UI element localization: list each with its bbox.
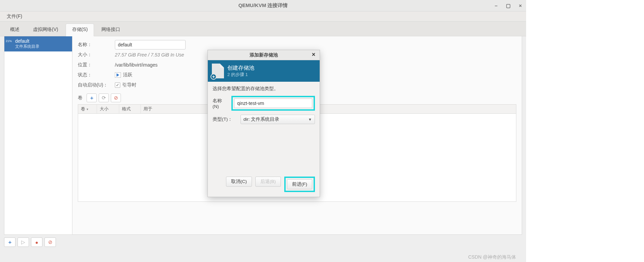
- watermark-text: CSDN @神奇的海马体: [468, 254, 516, 260]
- label-pool-name: 名称(N): [213, 98, 228, 109]
- column-used-by[interactable]: 用于: [141, 105, 516, 113]
- refresh-volumes-button[interactable]: ⟳: [99, 93, 109, 102]
- dialog-footer: 取消(C) 后退(B) 前进(F): [208, 173, 320, 197]
- pool-name: default: [15, 38, 69, 44]
- tab-storage[interactable]: 存储(S): [66, 24, 94, 36]
- delete-pool-button[interactable]: ⊘: [44, 237, 56, 247]
- tab-network-interfaces[interactable]: 网络接口: [95, 24, 126, 36]
- label-state: 状态：: [78, 72, 115, 78]
- window-maximize-button[interactable]: ▢: [505, 3, 512, 9]
- play-icon: ▷: [21, 239, 25, 245]
- pool-name-input[interactable]: [115, 40, 186, 49]
- sort-caret-icon: ▾: [87, 107, 88, 111]
- dialog-banner: + 创建存储池 2 的步骤 1: [208, 60, 320, 82]
- menu-bar: 文件(F): [0, 11, 526, 22]
- pool-size-value: 27.57 GiB Free / 7.53 GiB In Use: [115, 52, 184, 58]
- label-volumes: 卷: [78, 95, 83, 101]
- label-autostart: 自动启动(U)：: [78, 82, 115, 88]
- stop-pool-button[interactable]: ●: [31, 237, 42, 247]
- storage-toolbar: ＋ ▷ ● ⊘: [4, 237, 522, 247]
- column-format[interactable]: 格式: [119, 105, 141, 113]
- dialog-prompt: 选择您希望配置的存储池类型。: [213, 86, 315, 92]
- add-volume-button[interactable]: ＋: [87, 93, 97, 102]
- banner-title: 创建存储池: [227, 65, 254, 72]
- tab-overview[interactable]: 概述: [4, 24, 26, 36]
- banner-step: 2 的步骤 1: [227, 72, 254, 78]
- window-titlebar: QEMU/KVM 连接详情 – ▢ ×: [0, 0, 526, 11]
- pool-type-combobox[interactable]: dir: 文件系统目录 ▼: [240, 115, 315, 124]
- menu-file[interactable]: 文件(F): [4, 12, 25, 21]
- delete-icon: ⊘: [48, 239, 53, 245]
- storage-pool-list: 21% default 文件系统目录: [4, 36, 72, 234]
- start-pool-button[interactable]: ▷: [18, 237, 29, 247]
- column-volume[interactable]: 卷 ▾: [78, 105, 97, 113]
- close-icon: ×: [312, 51, 316, 58]
- autostart-checkbox[interactable]: ✓: [115, 82, 120, 88]
- autostart-label: 引导时: [122, 82, 136, 88]
- label-location: 位置：: [78, 62, 115, 68]
- pool-type-value: dir: 文件系统目录: [244, 116, 280, 122]
- tab-row: 概述 虚拟网络(V) 存储(S) 网络接口: [0, 22, 526, 36]
- window-minimize-button[interactable]: –: [492, 3, 500, 8]
- column-size[interactable]: 大小: [97, 105, 119, 113]
- dialog-titlebar: 添加新存储池 ×: [208, 50, 320, 60]
- tab-virtual-networks[interactable]: 虚拟网络(V): [27, 24, 64, 36]
- pool-subtitle: 文件系统目录: [15, 44, 69, 49]
- plus-icon: ＋: [89, 95, 94, 101]
- forward-button[interactable]: 前进(F): [287, 179, 312, 189]
- dialog-title: 添加新存储池: [250, 52, 278, 58]
- pool-state-value: 活跃: [123, 72, 132, 78]
- highlight-forward-button: 前进(F): [284, 177, 315, 192]
- back-button: 后退(B): [255, 177, 281, 187]
- highlight-name-field: [231, 96, 315, 111]
- label-name: 名称：: [78, 42, 115, 48]
- storage-pool-item-default[interactable]: 21% default 文件系统目录: [4, 36, 72, 51]
- delete-volume-button[interactable]: ⊘: [111, 93, 121, 102]
- refresh-icon: ⟳: [102, 95, 106, 101]
- plus-icon: ＋: [7, 239, 12, 246]
- window-title: QEMU/KVM 连接详情: [238, 2, 288, 9]
- document-plus-icon: +: [212, 64, 224, 78]
- pool-location-value: /var/lib/libvirt/images: [115, 62, 158, 68]
- add-pool-button[interactable]: ＋: [4, 237, 15, 247]
- dialog-close-button[interactable]: ×: [310, 51, 317, 58]
- chevron-down-icon: ▼: [308, 117, 312, 121]
- stop-icon: ●: [35, 239, 38, 245]
- add-storage-pool-dialog: 添加新存储池 × + 创建存储池 2 的步骤 1 选择您希望配置的存储池类型。 …: [207, 50, 320, 197]
- pool-usage-percentage: 21%: [6, 39, 12, 43]
- label-size: 大小：: [78, 52, 115, 58]
- delete-icon: ⊘: [114, 95, 118, 101]
- play-state-icon: [115, 72, 121, 78]
- label-pool-type: 类型(T)：: [213, 116, 234, 122]
- pool-name-field[interactable]: [234, 99, 312, 108]
- window-close-button[interactable]: ×: [517, 3, 524, 8]
- cancel-button[interactable]: 取消(C): [226, 177, 252, 187]
